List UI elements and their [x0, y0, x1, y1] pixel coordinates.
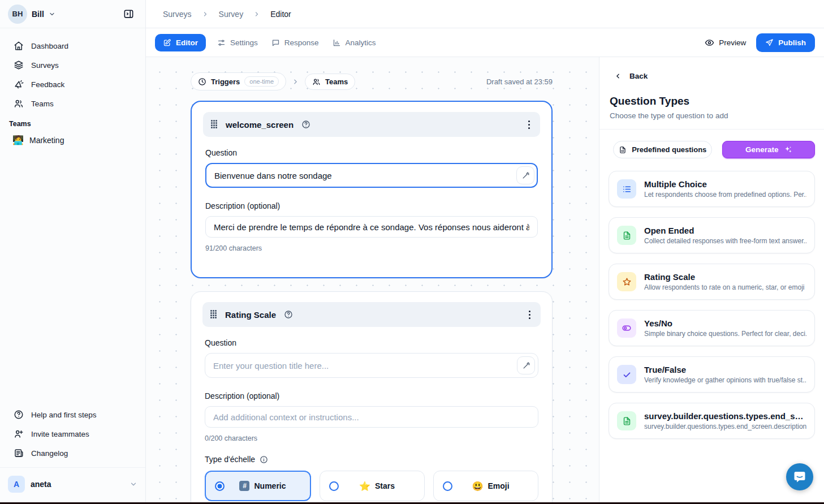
sliders-icon: [217, 38, 226, 47]
question-card-welcome-screen[interactable]: welcome_screen Question Description (opt…: [191, 101, 553, 278]
generate-button[interactable]: Generate: [722, 141, 815, 158]
trigger-type-badge: one-time: [244, 76, 279, 87]
magic-wand-icon: [522, 361, 530, 370]
help-circle-icon[interactable]: [301, 120, 310, 129]
scale-option-stars[interactable]: ⭐ Stars: [320, 471, 425, 501]
divider: [0, 467, 145, 468]
radio-selected-icon: [215, 481, 225, 491]
teams-chip-label: Teams: [325, 77, 348, 86]
question-type-multiple-choice[interactable]: Multiple Choice Let respondents choose f…: [609, 171, 815, 207]
triggers-chip[interactable]: Triggers one-time: [191, 72, 286, 91]
radio-icon: [329, 481, 339, 491]
question-input[interactable]: [205, 163, 538, 188]
sidebar-team-marketing[interactable]: 🧑‍💻 Marketing: [0, 130, 145, 150]
chat-widget-button[interactable]: [786, 463, 813, 490]
publish-button[interactable]: Publish: [756, 33, 815, 52]
sidebar-item-label: Feedback: [31, 80, 64, 89]
question-input[interactable]: [205, 353, 538, 378]
preview-label: Preview: [719, 38, 746, 47]
magic-wand-icon: [521, 171, 530, 180]
sidebar-collapse-button[interactable]: [119, 5, 137, 23]
breadcrumb-survey[interactable]: Survey: [219, 10, 244, 19]
sidebar-item-help[interactable]: Help and first steps: [0, 405, 145, 424]
type-description: Let respondents choose from predefined o…: [644, 191, 806, 199]
type-description: survey.builder.questions.types.end_scree…: [644, 423, 806, 430]
question-type-yes-no[interactable]: Yes/No Simple binary choice questions. P…: [609, 310, 815, 346]
question-circle-icon: [14, 410, 24, 420]
teams-chip[interactable]: Teams: [305, 74, 355, 90]
scale-option-numeric[interactable]: # Numeric: [205, 471, 311, 501]
sidebar-item-teams[interactable]: Teams: [0, 94, 145, 113]
sidebar-item-feedback[interactable]: Feedback: [0, 75, 145, 94]
option-label: Stars: [375, 481, 395, 490]
sidebar-item-changelog[interactable]: Changelog: [0, 443, 145, 463]
sidebar-item-surveys[interactable]: Surveys: [0, 55, 145, 75]
info-circle-icon[interactable]: [260, 455, 268, 464]
sidebar-item-dashboard[interactable]: Dashboard: [0, 36, 145, 55]
sidebar-footer: Help and first steps Invite teammates Ch…: [0, 405, 145, 504]
drag-handle-icon[interactable]: [211, 120, 218, 129]
file-code-icon: [619, 146, 627, 154]
avatar: BH: [8, 5, 27, 24]
tab-response[interactable]: Response: [265, 34, 326, 51]
chevron-right-icon: [202, 11, 209, 18]
tab-analytics[interactable]: Analytics: [326, 34, 383, 51]
scale-options: # Numeric ⭐ Stars 😃 Emoji: [205, 471, 538, 501]
sparkles-icon: [784, 145, 792, 154]
divider: [599, 129, 824, 130]
option-label: Emoji: [488, 481, 509, 490]
list-icon: [617, 179, 636, 199]
sidebar-item-label: Invite teammates: [31, 430, 89, 438]
sidebar-nav: Dashboard Surveys Feedback Teams: [0, 28, 145, 113]
question-type-end-screen[interactable]: survey.builder.questions.types.end_scr..…: [609, 403, 815, 439]
ai-wand-button[interactable]: [517, 356, 535, 374]
chevron-left-icon: [614, 72, 622, 80]
question-card-rating-scale[interactable]: Rating Scale Question Description (optio…: [191, 291, 553, 504]
card-header: Rating Scale: [202, 302, 541, 327]
users-icon: [312, 77, 321, 86]
description-input[interactable]: [205, 406, 538, 428]
publish-label: Publish: [778, 38, 806, 47]
tab-editor[interactable]: Editor: [155, 34, 206, 51]
description-input[interactable]: [205, 216, 538, 238]
drag-handle-icon[interactable]: [210, 310, 217, 319]
document-icon: [617, 226, 636, 245]
tab-label: Response: [284, 38, 319, 47]
sidebar-item-label: Help and first steps: [31, 411, 97, 419]
account-name: aneta: [31, 480, 51, 489]
question-type-true-false[interactable]: True/False Verify knowledge or gather op…: [609, 356, 815, 393]
help-circle-icon[interactable]: [284, 310, 293, 319]
account-menu[interactable]: A aneta: [0, 471, 145, 501]
kebab-menu-icon[interactable]: [527, 308, 533, 321]
breadcrumb-surveys[interactable]: Surveys: [163, 10, 192, 19]
sidebar-item-invite[interactable]: Invite teammates: [0, 424, 145, 443]
type-description: Simple binary choice questions. Perfect …: [644, 330, 806, 338]
predefined-questions-button[interactable]: Predefined questions: [613, 141, 712, 158]
send-icon: [765, 38, 774, 47]
question-type-rating-scale[interactable]: Rating Scale Allow respondents to rate o…: [609, 264, 815, 300]
tab-label: Editor: [176, 38, 198, 47]
description-label: Description (optional): [205, 391, 538, 400]
preview-button[interactable]: Preview: [705, 38, 746, 48]
radio-icon: [443, 481, 452, 491]
sidebar-item-label: Surveys: [31, 61, 59, 70]
sidebar-item-label: Dashboard: [31, 42, 68, 50]
chevron-down-icon: [130, 480, 137, 488]
char-count: 0/200 characters: [205, 434, 538, 442]
scale-option-emoji[interactable]: 😃 Emoji: [433, 471, 538, 501]
back-button[interactable]: Back: [614, 72, 815, 80]
breadcrumb: Surveys Survey Editor: [146, 0, 824, 28]
type-description: Collect detailed responses with free-for…: [644, 237, 806, 245]
editor-toolbar: Editor Settings Response Analytics Previ…: [146, 28, 824, 57]
workspace-switcher[interactable]: BH Bill: [0, 0, 145, 28]
type-title: True/False: [644, 365, 806, 374]
ai-wand-button[interactable]: [516, 166, 534, 184]
card-header: welcome_screen: [203, 112, 540, 137]
type-title: Rating Scale: [644, 272, 806, 282]
tab-label: Analytics: [346, 38, 376, 47]
question-type-open-ended[interactable]: Open Ended Collect detailed responses wi…: [609, 217, 815, 253]
star-emoji-icon: ⭐: [359, 481, 370, 492]
tab-settings[interactable]: Settings: [210, 34, 265, 51]
type-title: Multiple Choice: [644, 179, 806, 189]
kebab-menu-icon[interactable]: [526, 118, 532, 131]
